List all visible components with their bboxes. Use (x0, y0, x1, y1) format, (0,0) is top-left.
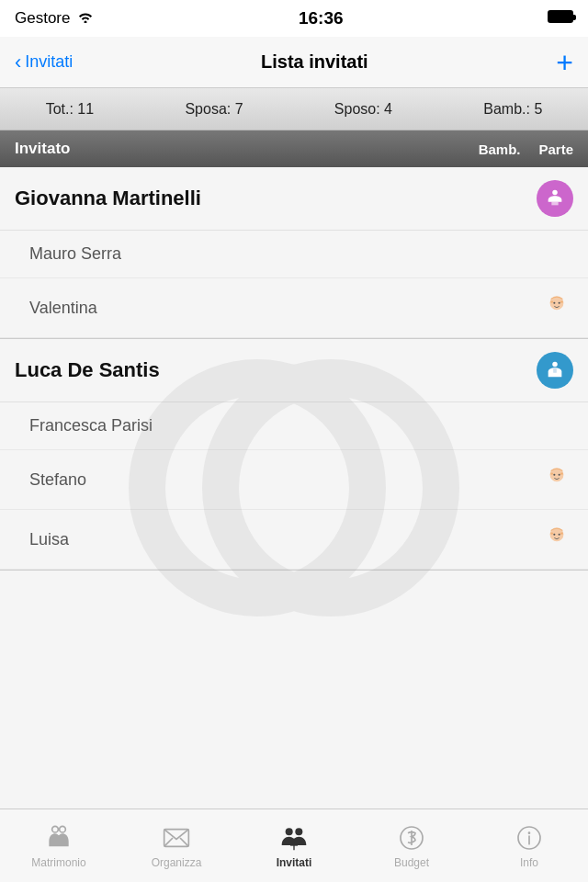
member-valentina[interactable]: Valentina (0, 278, 588, 338)
stat-sposo: Sposo: 4 (334, 101, 392, 118)
stat-sposa: Sposa: 7 (185, 101, 243, 118)
tab-invitati[interactable]: Invitati (235, 823, 353, 869)
back-chevron-icon: ‹ (15, 51, 21, 74)
svg-point-11 (550, 473, 553, 475)
svg-point-19 (559, 534, 560, 536)
tab-invitati-label: Invitati (277, 856, 312, 869)
group-luca: Luca De Santis Francesca Parisi Stefano (0, 339, 588, 571)
member-name-mauro: Mauro Serra (29, 244, 573, 264)
battery-icon (548, 10, 573, 23)
svg-point-26 (295, 828, 302, 835)
column-headers: Invitato Bamb. Parte (0, 130, 588, 167)
svg-point-7 (559, 302, 560, 304)
carrier-label: Gestore (15, 9, 70, 28)
bride-icon (537, 180, 573, 217)
baby-icon-luisa (540, 523, 573, 556)
tab-organizza[interactable]: Organizza (118, 823, 235, 869)
wifi-icon (77, 9, 94, 28)
group-head-luca[interactable]: Luca De Santis (0, 339, 588, 402)
tab-budget[interactable]: Budget (353, 823, 470, 869)
svg-line-23 (164, 838, 173, 846)
nav-bar: ‹ Invitati Lista invitati + (0, 37, 588, 88)
carrier-wifi: Gestore (15, 9, 94, 28)
svg-point-6 (553, 302, 555, 304)
svg-point-17 (560, 533, 563, 535)
money-icon (397, 823, 426, 853)
tab-matrimonio-label: Matrimonio (31, 856, 85, 869)
time-display: 16:36 (299, 8, 344, 28)
info-circle-icon (514, 823, 544, 853)
status-bar: Gestore 16:36 (0, 0, 588, 37)
member-name-francesca: Francesca Parisi (29, 416, 573, 435)
col-header-guest: Invitato (15, 140, 479, 158)
svg-point-21 (60, 826, 66, 832)
wedding-icon (44, 823, 74, 853)
tab-bar: Matrimonio Organizza Invitati Budget (0, 808, 588, 882)
envelope-icon (162, 823, 191, 853)
tab-matrimonio[interactable]: Matrimonio (0, 823, 118, 869)
member-stefano[interactable]: Stefano (0, 450, 588, 510)
member-name-stefano: Stefano (29, 470, 540, 490)
tab-organizza-label: Organizza (152, 856, 202, 869)
svg-point-16 (550, 533, 553, 535)
guest-list: Giovanna Martinelli Mauro Serra Valentin… (0, 167, 588, 808)
member-mauro[interactable]: Mauro Serra (0, 231, 588, 278)
group-head-name-luca: Luca De Santis (15, 358, 537, 382)
group-head-name-giovanna: Giovanna Martinelli (15, 187, 537, 210)
people-icon (279, 823, 309, 853)
member-luisa[interactable]: Luisa (0, 510, 588, 570)
svg-point-5 (560, 301, 563, 303)
svg-point-18 (553, 534, 555, 536)
back-label: Invitati (25, 52, 73, 72)
svg-point-31 (528, 831, 531, 834)
svg-point-8 (552, 362, 558, 368)
tab-budget-label: Budget (394, 856, 429, 869)
group-head-giovanna[interactable]: Giovanna Martinelli (0, 167, 588, 231)
baby-icon-stefano (540, 463, 573, 496)
svg-rect-9 (553, 368, 557, 373)
group-giovanna: Giovanna Martinelli Mauro Serra Valentin… (0, 167, 588, 339)
col-headers-right: Bamb. Parte (479, 141, 573, 157)
svg-line-24 (180, 838, 188, 846)
groom-icon (537, 352, 573, 389)
col-header-parte: Parte (538, 141, 573, 157)
battery-indicator (548, 10, 573, 27)
add-button[interactable]: + (556, 48, 573, 77)
member-name-valentina: Valentina (29, 299, 540, 318)
stats-bar: Tot.: 11 Sposa: 7 Sposo: 4 Bamb.: 5 (0, 88, 588, 130)
svg-point-12 (560, 473, 563, 475)
stat-bamb: Bamb.: 5 (483, 101, 542, 118)
svg-point-2 (552, 190, 558, 196)
col-header-bamb: Bamb. (479, 141, 521, 157)
svg-point-13 (553, 474, 555, 476)
stat-total: Tot.: 11 (46, 101, 94, 118)
baby-icon-valentina (540, 291, 573, 324)
tab-info-label: Info (520, 856, 538, 869)
page-title: Lista invitati (261, 51, 368, 73)
member-francesca[interactable]: Francesca Parisi (0, 402, 588, 450)
tab-info[interactable]: Info (470, 823, 588, 869)
back-button[interactable]: ‹ Invitati (15, 51, 73, 74)
svg-point-4 (550, 301, 553, 303)
svg-point-20 (52, 826, 59, 832)
svg-point-14 (559, 474, 560, 476)
svg-point-25 (286, 828, 293, 835)
member-name-luisa: Luisa (29, 530, 540, 549)
